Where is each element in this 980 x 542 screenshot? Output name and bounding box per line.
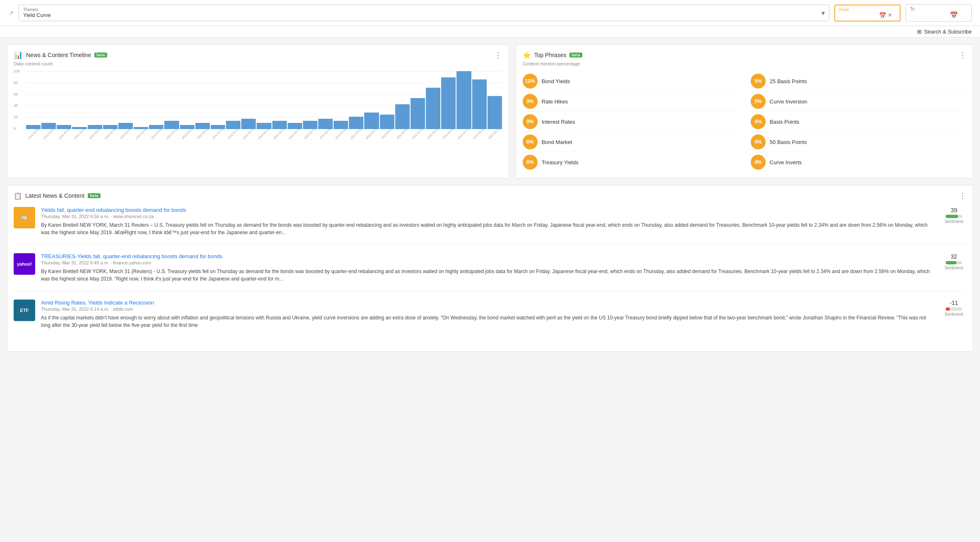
timeline-badge: beta [94,53,107,58]
chart-x-label: 2022-03-15 [242,127,255,139]
news-logo: 📰 [14,207,35,228]
chart-icon: 📊 [14,50,23,60]
sentiment-bar [946,215,962,218]
news-icon: 📋 [14,192,22,200]
to-label: To [910,7,967,11]
phrases-title: Top Phrases [534,52,567,58]
news-sentiment: -11 Sentiment [942,300,966,329]
phrase-badge: 5% [751,94,766,109]
phrases-left-col: 12% Bond Yields 9% Rate Hikes 9% Interes… [523,71,738,172]
to-calendar-icon[interactable]: 📅 [950,11,958,19]
chart-x-label: 2022-03-29 [457,127,470,139]
chart-x-label: 2022-03-14 [227,127,240,139]
chart-y-label: 0 [14,127,16,131]
chart-bar [426,88,440,129]
chart-x-label: 2022-03-11 [181,127,194,139]
to-date-input[interactable]: 3/31/2022 [910,12,947,18]
phrases-grid: 12% Bond Yields 9% Rate Hikes 9% Interes… [523,71,966,172]
news-body: Yields fall, quarter-end rebalancing boo… [41,207,936,236]
news-logo: ETF [14,300,35,321]
chart-x-label: 2022-03-20 [319,127,331,139]
timeline-subtitle: Daily content count [14,61,502,66]
phrases-right-col: 5% 25 Basis Points 5% Curve Inversion 4%… [751,71,966,172]
chart-x-labels: 2022-03-012022-03-022022-03-032022-03-04… [26,129,502,137]
clear-date-icon[interactable]: ✕ [888,12,892,19]
chart-x-label: 2022-03-01 [27,127,40,139]
news-title: Latest News & Content [25,192,84,199]
chart-x-label: 2022-03-05 [89,127,101,139]
date-from-field[interactable]: From 3/1/2022 📅 ✕ [834,5,901,22]
timeline-title: News & Content Timeline [26,52,91,58]
phrase-item: 9% Interest Rates [523,112,738,132]
timeline-header: 📊 News & Content Timeline beta ⋮ [14,50,502,60]
news-title[interactable]: Amid Rising Rates, Yields Indicate a Rec… [41,300,154,306]
from-date-input[interactable]: 3/1/2022 [839,12,877,18]
search-subscribe-icon: ⊞ [917,29,922,35]
timeline-panel: 📊 News & Content Timeline beta ⋮ Daily c… [7,44,509,178]
chart-bar [456,71,471,129]
sentiment-label: Sentiment [944,266,963,270]
chart-bar [349,117,363,129]
chart-x-label: 2022-03-04 [73,127,86,139]
phrase-label: Treasury Yields [542,159,579,165]
phrase-badge: 9% [523,114,538,129]
phrase-label: Rate Hikes [542,98,568,105]
sentiment-score: 32 [951,253,957,260]
chart-y-label: 20 [14,115,18,119]
news-panel: 📋 Latest News & Content beta ⋮ 📰 Yields … [7,185,973,352]
theme-chevron-icon[interactable]: ▾ [821,9,825,17]
date-to-field[interactable]: To 3/31/2022 📅 [906,4,972,22]
chart-area: 100806040200 2022-03-012022-03-022022-03… [14,71,502,137]
search-subscribe-button[interactable]: ⊞ Search & Subscribe [917,29,972,35]
sentiment-score: -11 [950,300,958,306]
phrase-label: Bond Market [542,139,572,145]
sentiment-bar [946,307,962,311]
theme-selector[interactable]: Themes Yield Curve ▾ [19,5,829,21]
chart-x-label: 2022-03-31 [488,127,500,139]
phrase-badge: 4% [751,134,766,149]
sentiment-bar [946,261,962,264]
phrase-label: Curve Inversion [770,98,807,105]
search-subscribe-label: Search & Subscribe [924,29,972,35]
phrase-item: 5% Curve Inversion [751,91,966,112]
news-body: TREASURIES-Yields fall, quarter-end reba… [41,253,936,283]
sentiment-label: Sentiment [944,312,963,317]
phrase-badge: 12% [523,74,538,89]
from-label: From [839,7,896,12]
chart-bar [364,113,379,129]
news-title[interactable]: TREASURIES-Yields fall, quarter-end reba… [41,253,222,259]
phrase-label: Interest Rates [542,119,575,125]
phrase-item: 12% Bond Yields [523,71,738,91]
calendar-icon[interactable]: 📅 [879,12,886,19]
chart-bar [441,77,456,129]
phrase-item: 4% 50 Basis Points [751,132,966,152]
timeline-menu-icon[interactable]: ⋮ [495,50,502,60]
top-bar: ↗ Themes Yield Curve ▾ From 3/1/2022 📅 ✕… [0,0,980,26]
news-excerpt: By Karen Brettell NEW YORK, March 31 Reu… [41,221,936,236]
phrases-badge: beta [569,53,582,58]
news-item: yahoo! TREASURIES-Yields fall, quarter-e… [14,253,966,291]
chart-x-label: 2022-03-24 [380,127,393,139]
star-icon: ⭐ [523,51,531,59]
theme-value: Yield Curve [23,12,51,18]
news-menu-icon[interactable]: ⋮ [959,191,966,200]
themes-label: Themes [23,7,51,12]
sentiment-label: Sentiment [944,219,963,224]
chart-x-label: 2022-03-02 [43,127,55,139]
phrase-badge: 4% [751,114,766,129]
chart-bar [411,98,425,129]
chart-x-label: 2022-03-21 [334,127,347,139]
news-header: 📋 Latest News & Content beta ⋮ [14,191,966,200]
phrases-menu-icon[interactable]: ⋮ [959,50,966,60]
chart-x-label: 2022-03-27 [426,127,439,139]
news-title[interactable]: Yields fall, quarter-end rebalancing boo… [41,207,186,213]
chart-x-label: 2022-03-22 [350,127,363,139]
news-list: 📰 Yields fall, quarter-end rebalancing b… [14,207,966,337]
panels-row: 📊 News & Content Timeline beta ⋮ Daily c… [7,44,973,178]
chart-bars [26,71,502,129]
news-meta: Thursday, Mar 31, 2022 6:56 a.m. · www.s… [41,214,936,219]
phrase-badge: 6% [523,155,538,170]
chart-x-label: 2022-03-06 [104,127,117,139]
phrases-panel: ⭐ Top Phrases beta ⋮ Content mention per… [516,44,973,178]
news-item: ETF Amid Rising Rates, Yields Indicate a… [14,300,966,337]
